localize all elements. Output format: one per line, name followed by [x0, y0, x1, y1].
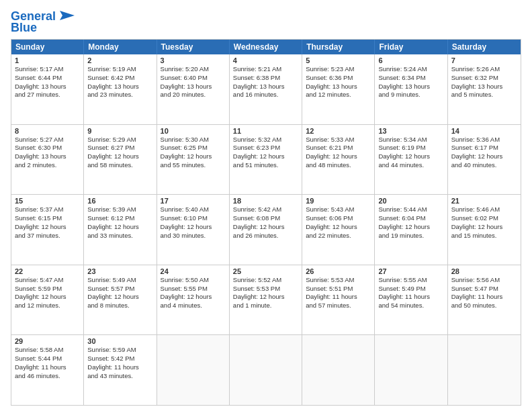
calendar-cell-day-12: 12Sunrise: 5:33 AMSunset: 6:21 PMDayligh… [302, 125, 375, 195]
day-number: 1 [15, 56, 80, 64]
day-info-line: Sunrise: 5:21 AM [233, 65, 298, 74]
logo-arrow-icon [57, 8, 75, 23]
calendar-cell-empty-4-6 [448, 335, 521, 405]
day-info-line: Sunrise: 5:40 AM [161, 205, 226, 214]
day-info-line: Sunrise: 5:58 AM [15, 346, 80, 355]
day-info-line: Sunrise: 5:47 AM [15, 276, 80, 285]
calendar-cell-day-21: 21Sunrise: 5:46 AMSunset: 6:02 PMDayligh… [448, 195, 521, 265]
calendar-cell-day-7: 7Sunrise: 5:26 AMSunset: 6:32 PMDaylight… [448, 54, 521, 124]
day-number: 8 [15, 127, 80, 135]
day-info-line: and 37 minutes. [15, 232, 80, 240]
day-info-line: Daylight: 12 hours [15, 223, 80, 232]
calendar-row-3: 22Sunrise: 5:47 AMSunset: 5:59 PMDayligh… [11, 265, 521, 336]
day-info-line: Sunrise: 5:27 AM [15, 136, 80, 144]
day-info-line: Daylight: 13 hours [161, 83, 226, 91]
day-info-line: Daylight: 12 hours [15, 293, 80, 302]
day-info: Sunrise: 5:21 AMSunset: 6:38 PMDaylight:… [233, 65, 298, 99]
calendar-cell-day-23: 23Sunrise: 5:49 AMSunset: 5:57 PMDayligh… [84, 265, 157, 335]
day-info-line: and 2 minutes. [15, 161, 80, 170]
day-number: 18 [233, 197, 298, 205]
day-info-line: Sunset: 6:40 PM [161, 74, 226, 83]
calendar-cell-day-10: 10Sunrise: 5:30 AMSunset: 6:25 PMDayligh… [157, 125, 230, 195]
day-info-line: and 57 minutes. [306, 302, 371, 310]
day-info-line: Sunset: 6:30 PM [15, 144, 80, 152]
day-info-line: Sunrise: 5:34 AM [378, 136, 443, 144]
day-info-line: and 33 minutes. [87, 232, 152, 240]
day-info: Sunrise: 5:27 AMSunset: 6:30 PMDaylight:… [15, 136, 80, 170]
calendar-cell-empty-4-4 [302, 335, 375, 405]
calendar-row-0: 1Sunrise: 5:17 AMSunset: 6:44 PMDaylight… [11, 54, 521, 125]
day-info-line: Sunset: 6:21 PM [306, 144, 371, 152]
calendar-cell-day-8: 8Sunrise: 5:27 AMSunset: 6:30 PMDaylight… [11, 125, 84, 195]
day-info-line: Sunrise: 5:46 AM [451, 205, 517, 214]
calendar-cell-day-15: 15Sunrise: 5:37 AMSunset: 6:15 PMDayligh… [11, 195, 84, 265]
day-info: Sunrise: 5:47 AMSunset: 5:59 PMDaylight:… [15, 276, 80, 310]
day-info: Sunrise: 5:44 AMSunset: 6:04 PMDaylight:… [378, 205, 443, 240]
day-info-line: Sunset: 5:55 PM [161, 285, 226, 293]
day-info-line: and 27 minutes. [15, 91, 80, 99]
calendar-cell-day-3: 3Sunrise: 5:20 AMSunset: 6:40 PMDaylight… [157, 54, 230, 124]
svg-marker-0 [60, 11, 75, 20]
day-info-line: Sunset: 6:02 PM [451, 214, 517, 223]
day-info-line: Sunset: 6:23 PM [233, 144, 298, 152]
day-info-line: Daylight: 12 hours [161, 152, 226, 161]
day-number: 3 [161, 56, 226, 64]
day-info: Sunrise: 5:58 AMSunset: 5:44 PMDaylight:… [15, 346, 80, 380]
day-info-line: Sunset: 5:42 PM [87, 355, 152, 363]
day-number: 29 [15, 337, 80, 345]
day-info: Sunrise: 5:26 AMSunset: 6:32 PMDaylight:… [451, 65, 517, 99]
day-info-line: Sunset: 6:34 PM [378, 74, 443, 83]
day-number: 11 [233, 127, 298, 135]
day-info-line: Daylight: 12 hours [87, 223, 152, 232]
day-info: Sunrise: 5:33 AMSunset: 6:21 PMDaylight:… [306, 136, 371, 170]
day-info-line: Sunset: 6:27 PM [87, 144, 152, 152]
day-info-line: Sunset: 6:38 PM [233, 74, 298, 83]
page: General Blue SundayMondayTuesdayWednesda… [0, 0, 532, 411]
day-info-line: Sunset: 6:42 PM [87, 74, 152, 83]
day-number: 20 [378, 197, 443, 205]
day-info: Sunrise: 5:17 AMSunset: 6:44 PMDaylight:… [15, 65, 80, 99]
day-info-line: Sunset: 6:17 PM [451, 144, 517, 152]
day-info-line: Sunrise: 5:52 AM [233, 276, 298, 285]
day-info-line: Sunrise: 5:36 AM [451, 136, 517, 144]
calendar-cell-day-28: 28Sunrise: 5:56 AMSunset: 5:47 PMDayligh… [448, 265, 521, 335]
calendar-cell-day-22: 22Sunrise: 5:47 AMSunset: 5:59 PMDayligh… [11, 265, 84, 335]
day-number: 5 [306, 56, 371, 64]
day-info-line: and 22 minutes. [306, 232, 371, 240]
day-info: Sunrise: 5:56 AMSunset: 5:47 PMDaylight:… [451, 276, 517, 310]
day-info-line: Sunset: 5:44 PM [15, 355, 80, 363]
day-number: 17 [161, 197, 226, 205]
day-info: Sunrise: 5:59 AMSunset: 5:42 PMDaylight:… [87, 346, 152, 380]
calendar-cell-day-29: 29Sunrise: 5:58 AMSunset: 5:44 PMDayligh… [11, 335, 84, 405]
calendar-cell-day-14: 14Sunrise: 5:36 AMSunset: 6:17 PMDayligh… [448, 125, 521, 195]
day-number: 16 [87, 197, 152, 205]
day-info-line: Daylight: 12 hours [451, 223, 517, 232]
day-info-line: Sunrise: 5:37 AM [15, 205, 80, 214]
calendar-row-2: 15Sunrise: 5:37 AMSunset: 6:15 PMDayligh… [11, 195, 521, 265]
day-info-line: and 44 minutes. [378, 161, 443, 170]
day-number: 23 [87, 267, 152, 275]
header-day-wednesday: Wednesday [230, 40, 302, 54]
header-day-thursday: Thursday [302, 40, 375, 54]
calendar-cell-day-11: 11Sunrise: 5:32 AMSunset: 6:23 PMDayligh… [230, 125, 302, 195]
day-info-line: Sunrise: 5:33 AM [306, 136, 371, 144]
day-info-line: and 12 minutes. [15, 302, 80, 310]
day-info-line: and 51 minutes. [233, 161, 298, 170]
day-info-line: and 16 minutes. [233, 91, 298, 99]
day-info-line: Daylight: 12 hours [161, 223, 226, 232]
calendar-cell-day-18: 18Sunrise: 5:42 AMSunset: 6:08 PMDayligh… [230, 195, 302, 265]
day-info-line: and 58 minutes. [87, 161, 152, 170]
day-info-line: Daylight: 12 hours [233, 293, 298, 302]
header-day-friday: Friday [375, 40, 447, 54]
day-info-line: Sunset: 5:51 PM [306, 285, 371, 293]
day-info: Sunrise: 5:29 AMSunset: 6:27 PMDaylight:… [87, 136, 152, 170]
calendar-cell-empty-4-5 [375, 335, 447, 405]
calendar-cell-day-4: 4Sunrise: 5:21 AMSunset: 6:38 PMDaylight… [230, 54, 302, 124]
day-info-line: and 19 minutes. [378, 232, 443, 240]
day-info-line: and 1 minute. [233, 302, 298, 310]
day-info: Sunrise: 5:42 AMSunset: 6:08 PMDaylight:… [233, 205, 298, 240]
day-info-line: Daylight: 12 hours [451, 152, 517, 161]
day-info-line: and 48 minutes. [306, 161, 371, 170]
day-info-line: Daylight: 13 hours [15, 83, 80, 91]
calendar-cell-day-6: 6Sunrise: 5:24 AMSunset: 6:34 PMDaylight… [375, 54, 447, 124]
